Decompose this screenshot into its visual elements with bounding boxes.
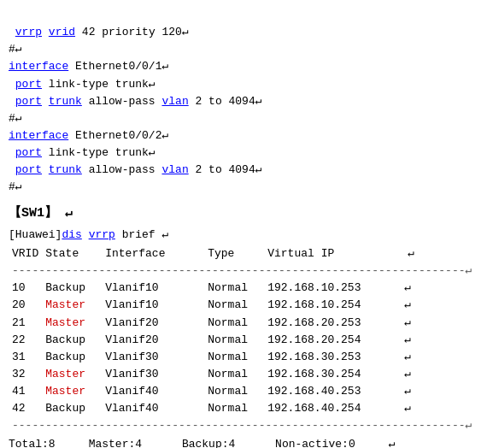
cell-vrid: 20 xyxy=(9,297,42,314)
interface1-header: interface Ethernet0/0/1↵ xyxy=(9,60,168,73)
cell-end: ↵ xyxy=(401,297,478,314)
cell-vrid: 21 xyxy=(9,315,42,332)
table-row: 20 Master Vlanif10 Normal 192.168.10.254… xyxy=(9,297,478,314)
table-divider-top: ----------------------------------------… xyxy=(9,262,478,280)
cell-vrid: 22 xyxy=(9,332,42,349)
col-header-interface: Interface xyxy=(102,245,204,262)
divider-bottom: ----------------------------------------… xyxy=(9,417,478,434)
interface2-port2: port trunk allow-pass vlan 2 to 4094↵ xyxy=(9,163,262,176)
vrrp-line: vrrp vrid 42 priority 120↵ xyxy=(9,26,189,38)
col-header-vip: Virtual IP xyxy=(264,245,401,262)
vrrp-table: VRID State Interface Type Virtual IP ↵ -… xyxy=(9,245,478,435)
cell-type: Normal xyxy=(204,349,264,366)
cell-type: Normal xyxy=(204,297,264,314)
cell-state: Master xyxy=(42,366,102,383)
hash-1: #↵ xyxy=(9,43,22,56)
master-label: Master: xyxy=(89,438,136,448)
cell-vrid: 10 xyxy=(9,280,42,297)
table-header-row: VRID State Interface Type Virtual IP ↵ xyxy=(9,245,478,262)
cell-vip: 192.168.20.253 xyxy=(264,315,401,332)
cell-vrid: 32 xyxy=(9,366,42,383)
total-label: Total: xyxy=(9,438,49,448)
cell-vrid: 31 xyxy=(9,349,42,366)
cell-interface: Vlanif10 xyxy=(102,297,204,314)
cell-vrid: 41 xyxy=(9,383,42,400)
backup-val: 4 xyxy=(228,438,235,448)
cell-end: ↵ xyxy=(401,332,478,349)
cell-vip: 192.168.40.254 xyxy=(264,400,401,417)
cell-vip: 192.168.10.254 xyxy=(264,297,401,314)
cell-end: ↵ xyxy=(401,400,478,417)
backup-label: Backup: xyxy=(182,438,229,448)
cell-vip: 192.168.30.254 xyxy=(264,366,401,383)
table-row: 10 Backup Vlanif10 Normal 192.168.10.253… xyxy=(9,280,478,297)
cell-interface: Vlanif40 xyxy=(102,400,204,417)
cell-vip: 192.168.40.253 xyxy=(264,383,401,400)
cell-state: Backup xyxy=(42,332,102,349)
cell-type: Normal xyxy=(204,315,264,332)
huawei-prompt: [Huawei] xyxy=(9,228,62,241)
col-header-end: ↵ xyxy=(401,245,478,262)
cell-interface: Vlanif30 xyxy=(102,349,204,366)
sw1-prompt-line: [Huawei]dis vrrp brief ↵ xyxy=(9,227,478,244)
nonactive-val: 0 xyxy=(349,438,355,448)
cell-end: ↵ xyxy=(401,280,478,297)
cell-interface: Vlanif10 xyxy=(102,280,204,297)
cell-vip: 192.168.20.254 xyxy=(264,332,401,349)
master-val: 4 xyxy=(135,438,142,448)
cell-interface: Vlanif20 xyxy=(102,332,204,349)
col-header-state: State xyxy=(42,245,102,262)
table-row: 22 Backup Vlanif20 Normal 192.168.20.254… xyxy=(9,332,478,349)
hash-3: #↵ xyxy=(9,180,22,193)
dis-cmd: dis vrrp brief ↵ xyxy=(62,228,168,241)
cell-state: Master xyxy=(42,383,102,400)
sw1-label: 【SW1】 ↵ xyxy=(9,203,478,223)
table-footer: Total:8 Master:4 Backup:4 Non-active:0 ↵ xyxy=(9,436,478,448)
table-row: 32 Master Vlanif30 Normal 192.168.30.254… xyxy=(9,366,478,383)
interface1-port1: port link-type trunk↵ xyxy=(9,78,155,91)
vrrp-table-container: VRID State Interface Type Virtual IP ↵ -… xyxy=(9,245,478,448)
table-divider-bottom: ----------------------------------------… xyxy=(9,417,478,434)
cell-type: Normal xyxy=(204,332,264,349)
sw1-section: 【SW1】 ↵ [Huawei]dis vrrp brief ↵ VRID St… xyxy=(9,203,478,448)
cell-state: Master xyxy=(42,315,102,332)
divider-top: ----------------------------------------… xyxy=(9,262,478,280)
table-row: 21 Master Vlanif20 Normal 192.168.20.253… xyxy=(9,315,478,332)
cell-vrid: 42 xyxy=(9,400,42,417)
total-val: 8 xyxy=(49,438,56,448)
interface2-header: interface Ethernet0/0/2↵ xyxy=(9,129,168,142)
cell-end: ↵ xyxy=(401,366,478,383)
interface2-port1: port link-type trunk↵ xyxy=(9,146,155,159)
cell-state: Backup xyxy=(42,400,102,417)
col-header-vrid: VRID xyxy=(9,245,42,262)
col-header-type: Type xyxy=(204,245,264,262)
cell-state: Backup xyxy=(42,349,102,366)
cell-vip: 192.168.10.253 xyxy=(264,280,401,297)
cell-end: ↵ xyxy=(401,349,478,366)
table-row: 42 Backup Vlanif40 Normal 192.168.40.254… xyxy=(9,400,478,417)
table-row: 41 Master Vlanif40 Normal 192.168.40.253… xyxy=(9,383,478,400)
cell-end: ↵ xyxy=(401,315,478,332)
cell-type: Normal xyxy=(204,280,264,297)
interface1-port2: port trunk allow-pass vlan 2 to 4094↵ xyxy=(9,95,262,108)
code-section: vrrp vrid 42 priority 120↵ #↵ interface … xyxy=(9,7,478,197)
cell-state: Master xyxy=(42,297,102,314)
hash-2: #↵ xyxy=(9,112,22,125)
cell-vip: 192.168.30.253 xyxy=(264,349,401,366)
cell-state: Backup xyxy=(42,280,102,297)
cell-interface: Vlanif20 xyxy=(102,315,204,332)
cell-interface: Vlanif40 xyxy=(102,383,204,400)
cell-type: Normal xyxy=(204,400,264,417)
nonactive-label: Non-active: xyxy=(275,438,349,448)
cell-end: ↵ xyxy=(401,383,478,400)
cell-interface: Vlanif30 xyxy=(102,366,204,383)
table-row: 31 Backup Vlanif30 Normal 192.168.30.253… xyxy=(9,349,478,366)
cell-type: Normal xyxy=(204,366,264,383)
cell-type: Normal xyxy=(204,383,264,400)
